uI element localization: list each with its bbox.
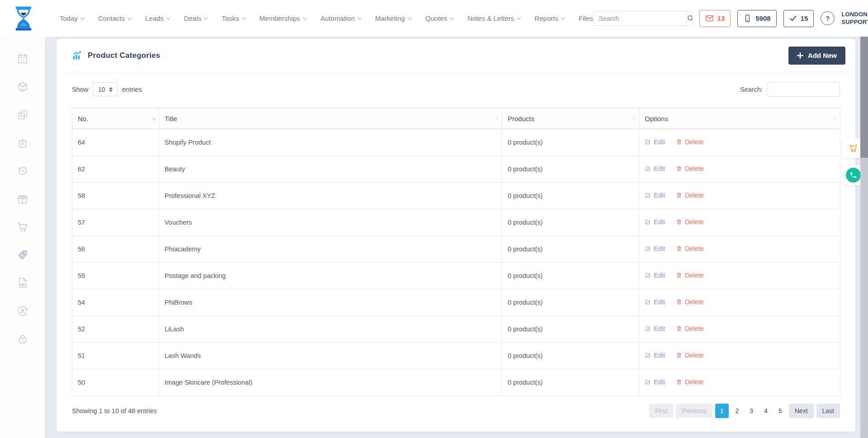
tasks-badge[interactable]: 15	[783, 10, 814, 27]
table-row: 64 Shopify Product 0 product(s) EditDele…	[72, 129, 840, 156]
chevron-down-icon	[166, 15, 171, 20]
sidebar-item-history[interactable]	[16, 165, 29, 177]
nav-item-reports[interactable]: Reports	[534, 14, 565, 22]
sidebar-item-cart[interactable]	[16, 221, 29, 233]
sidebar-item-reports[interactable]	[16, 277, 29, 289]
options-cell: EditDelete	[639, 183, 840, 209]
edit-button[interactable]: Edit	[645, 165, 665, 172]
table-row: 55 Postage and packing 0 product(s) Edit…	[72, 263, 840, 289]
nav-item-deals[interactable]: Deals	[184, 14, 208, 22]
edit-icon	[645, 325, 651, 332]
delete-button[interactable]: Delete	[676, 352, 704, 359]
checkmark-icon	[789, 14, 797, 22]
delete-button[interactable]: Delete	[676, 192, 704, 199]
mail-notifications-badge[interactable]: 13	[699, 10, 731, 27]
nav-item-tasks[interactable]: Tasks	[222, 14, 245, 22]
pagination-last[interactable]: Last	[816, 404, 840, 418]
sidebar-item-products[interactable]	[16, 81, 29, 93]
scrollbar-thumb[interactable]	[860, 37, 868, 158]
nav-item-memberships[interactable]: Memberships	[259, 14, 307, 22]
pagination-page-2[interactable]: 2	[731, 404, 743, 418]
pagination-page-3[interactable]: 3	[745, 404, 757, 418]
chevron-down-icon	[517, 15, 521, 20]
options-cell: EditDelete	[639, 236, 840, 263]
sidebar-item-calendar[interactable]: 12	[16, 53, 29, 65]
chevron-down-icon	[561, 15, 565, 20]
pagination-page-5[interactable]: 5	[774, 404, 786, 418]
pagination-page-4[interactable]: 4	[760, 404, 772, 418]
sidebar-item-copy[interactable]	[16, 109, 29, 121]
category-title: LiLash	[159, 316, 502, 343]
pagination-next[interactable]: Next	[789, 404, 814, 418]
nav-item-contacts[interactable]: Contacts	[98, 14, 131, 22]
row-number: 52	[72, 316, 159, 343]
sort-icon: ↑↓	[495, 116, 499, 121]
sidebar-item-account[interactable]	[16, 305, 29, 317]
top-navigation-bar: Today Contacts Leads Deals Tasks Members…	[0, 0, 868, 37]
table-header-row: No.↑↓ Title↑↓ Products↑↓ Options↑↓	[72, 108, 840, 129]
page-length-select[interactable]: 10	[93, 82, 118, 96]
add-new-button[interactable]: Add New	[788, 47, 845, 65]
edit-button[interactable]: Edit	[645, 218, 665, 226]
edit-button[interactable]: Edit	[645, 298, 665, 306]
delete-button[interactable]: Delete	[676, 272, 704, 279]
delete-button[interactable]: Delete	[676, 165, 704, 172]
current-user-name: LONDONSUPPORT	[841, 11, 868, 26]
help-button[interactable]: ?	[821, 11, 835, 25]
delete-button[interactable]: Delete	[676, 325, 704, 332]
svg-text:12: 12	[20, 58, 25, 62]
products-count: 0 product(s)	[502, 129, 639, 156]
nav-item-marketing[interactable]: Marketing	[375, 14, 411, 22]
products-count: 0 product(s)	[502, 263, 639, 289]
chart-icon	[72, 50, 82, 61]
table-row: 51 Lash Wands 0 product(s) EditDelete	[72, 343, 840, 369]
nav-item-today[interactable]: Today	[60, 14, 84, 22]
delete-button[interactable]: Delete	[676, 298, 704, 306]
nav-item-quotes[interactable]: Quotes	[425, 14, 453, 22]
edit-button[interactable]: Edit	[645, 245, 665, 252]
pagination-page-1[interactable]: 1	[715, 404, 729, 418]
trash-icon	[676, 219, 682, 225]
column-header-products[interactable]: Products↑↓	[502, 108, 639, 129]
sidebar-item-orders[interactable]	[16, 137, 29, 149]
edit-button[interactable]: Edit	[645, 192, 665, 199]
nav-item-files[interactable]: Files	[579, 14, 593, 22]
search-button[interactable]	[686, 11, 693, 25]
gift-icon	[17, 193, 28, 205]
history-icon	[17, 165, 28, 177]
delete-button[interactable]: Delete	[676, 378, 704, 386]
calls-badge[interactable]: 5908	[737, 10, 776, 27]
app-logo-hourglass-icon[interactable]	[14, 6, 33, 31]
sidebar-item-security[interactable]	[16, 333, 29, 345]
edit-icon	[645, 299, 651, 305]
sidebar-item-gifts[interactable]	[16, 193, 29, 205]
category-title: PhiBrows	[159, 289, 502, 316]
category-title: Shopify Product	[159, 129, 502, 156]
column-header-no[interactable]: No.↑↓	[72, 108, 159, 129]
options-cell: EditDelete	[639, 343, 840, 369]
delete-button[interactable]: Delete	[676, 218, 704, 226]
vertical-scrollbar[interactable]	[860, 37, 868, 438]
edit-button[interactable]: Edit	[645, 138, 665, 146]
delete-button[interactable]: Delete	[676, 138, 704, 146]
nav-item-leads[interactable]: Leads	[145, 14, 170, 22]
pagination-previous[interactable]: Previous	[676, 404, 712, 418]
page-title: Product Categories	[72, 50, 160, 61]
table-search-input[interactable]	[767, 82, 840, 97]
sidebar-item-pricing[interactable]: $	[16, 249, 29, 261]
global-search-input[interactable]	[594, 11, 686, 25]
trash-icon	[676, 325, 682, 332]
column-header-options[interactable]: Options↑↓	[639, 108, 840, 129]
column-header-title[interactable]: Title↑↓	[159, 108, 502, 129]
products-count: 0 product(s)	[502, 183, 639, 209]
edit-button[interactable]: Edit	[645, 352, 665, 359]
row-number: 57	[72, 209, 159, 236]
edit-button[interactable]: Edit	[645, 378, 665, 386]
nav-item-automation[interactable]: Automation	[321, 14, 361, 22]
edit-button[interactable]: Edit	[645, 325, 665, 332]
pagination-first[interactable]: First	[649, 404, 673, 418]
delete-button[interactable]: Delete	[676, 245, 704, 252]
category-title: Phiacademy	[159, 236, 502, 263]
nav-item-notes-letters[interactable]: Notes & Letters	[467, 14, 520, 22]
edit-button[interactable]: Edit	[645, 272, 665, 279]
